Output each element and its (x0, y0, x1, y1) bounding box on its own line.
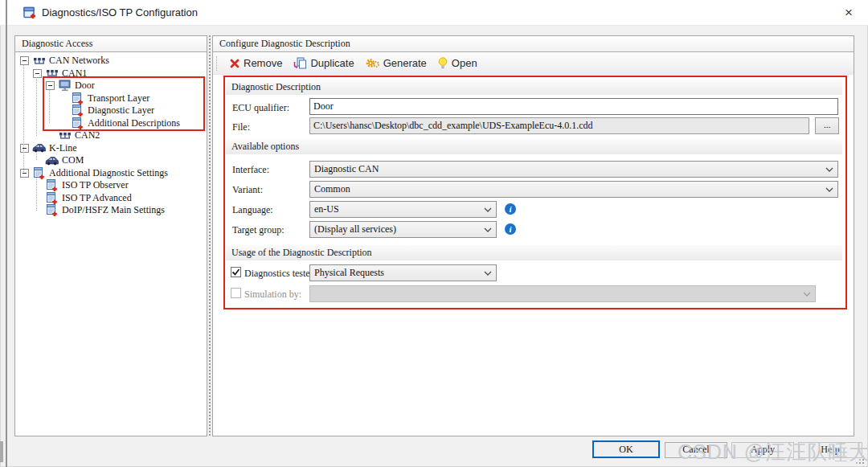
expander-spacer (59, 94, 68, 103)
file-label: File: (232, 120, 250, 134)
tree-item-label: Additional Descriptions (88, 117, 180, 129)
collapse-expander-icon[interactable] (46, 81, 55, 90)
cancel-button[interactable]: Cancel (665, 442, 727, 458)
ecu-qualifier-label: ECU qualifier: (232, 100, 289, 115)
ok-button[interactable]: OK (592, 440, 660, 458)
collapse-expander-icon[interactable] (33, 69, 42, 78)
generate-label: Generate (383, 57, 427, 69)
variant-label: Variant: (232, 182, 263, 197)
window-title: Diagnostics/ISO TP Configuration (42, 6, 198, 18)
tree-item-doip-hsfz-main-settings[interactable]: DoIP/HSFZ Main Settings (15, 204, 207, 217)
collapse-expander-icon[interactable] (20, 56, 29, 65)
interface-value: Diagnostic CAN (314, 163, 379, 175)
duplicate-icon (293, 57, 306, 69)
target-group-select[interactable]: (Display all services) (309, 221, 497, 238)
open-label: Open (452, 57, 477, 69)
tree-item-label: CAN1 (62, 68, 87, 80)
network-icon (45, 67, 59, 80)
tree-item-additional-descriptions[interactable]: Additional Descriptions (15, 117, 207, 130)
duplicate-label: Duplicate (310, 57, 354, 69)
collapse-expander-icon[interactable] (20, 144, 29, 153)
duplicate-button[interactable]: Duplicate (288, 55, 359, 72)
dialog-diagnostics-iso-tp-configuration: Diagnostics/ISO TP Configuration × Diagn… (0, 0, 868, 467)
help-button[interactable]: Help (798, 442, 862, 458)
target-group-value: (Display all services) (314, 223, 396, 236)
tree-item-label: DoIP/HSFZ Main Settings (62, 204, 165, 216)
tree-item-diagnostic-layer[interactable]: Diagnostic Layer (15, 104, 207, 117)
ecu-monitor-icon (58, 80, 72, 92)
tree-item-transport-layer[interactable]: Transport Layer (15, 92, 207, 105)
left-edge-line (6, 0, 7, 467)
document-add-icon (45, 204, 59, 217)
file-path-field (309, 117, 809, 134)
tree-item-label: Additional Diagnostic Settings (49, 167, 168, 179)
expander-spacer (59, 106, 68, 115)
tree-item-label: ISO TP Advanced (62, 192, 132, 204)
simulation-by-label: Simulation by: (244, 287, 301, 301)
tree-item-additional-diagnostic-settings[interactable]: Additional Diagnostic Settings (15, 167, 207, 180)
title-bar: Diagnostics/ISO TP Configuration × (0, 0, 868, 26)
browse-button[interactable]: ... (815, 117, 839, 134)
tree-item-iso-tp-observer[interactable]: ISO TP Observer (15, 179, 207, 192)
ecu-qualifier-input[interactable] (309, 98, 838, 115)
apply-button[interactable]: Apply (731, 442, 794, 458)
chevron-down-icon (803, 292, 811, 297)
generate-button[interactable]: Generate (360, 55, 432, 72)
tree-item-label: K-Line (49, 142, 77, 154)
configure-diagnostic-description-panel: Configure Diagnostic Description Remove … (212, 35, 854, 436)
document-add-icon (45, 179, 59, 192)
simulation-by-checkbox[interactable] (231, 288, 241, 298)
chevron-down-icon (484, 227, 492, 232)
language-value: en-US (314, 203, 339, 215)
tree-item-label: CAN2 (75, 129, 100, 141)
tree-item-label: Diagnostic Layer (88, 104, 154, 117)
network-icon (32, 55, 46, 68)
toolbar-grip (216, 56, 218, 71)
bottom-left-fragment (0, 441, 3, 462)
section-diagnostic-description: Diagnostic Description (226, 80, 842, 95)
remove-x-icon (230, 59, 240, 68)
resize-grip-icon[interactable] (862, 462, 864, 464)
tree-item-k-line[interactable]: K-Line (15, 142, 207, 155)
lightbulb-icon (438, 57, 448, 69)
remove-button[interactable]: Remove (224, 55, 288, 72)
open-button[interactable]: Open (432, 55, 483, 72)
simulation-by-select (309, 285, 816, 302)
remove-label: Remove (244, 57, 282, 69)
chevron-down-icon (484, 207, 492, 212)
language-info-icon[interactable]: i (505, 203, 516, 215)
document-add-icon (45, 191, 59, 204)
close-icon[interactable]: × (837, 2, 860, 23)
collapse-expander-icon[interactable] (20, 169, 29, 178)
tree-item-door[interactable]: Door (15, 80, 207, 92)
diagnostics-tester-select[interactable]: Physical Requests (309, 264, 497, 281)
tree-item-label: Transport Layer (88, 92, 149, 104)
tree-item-iso-tp-advanced[interactable]: ISO TP Advanced (15, 192, 207, 205)
section-available-options: Available options (226, 139, 842, 154)
diagnostics-dialog-icon (23, 6, 37, 19)
variant-select[interactable]: Common (309, 181, 838, 198)
language-label: Language: (232, 203, 273, 217)
tree-item-can-networks[interactable]: CAN Networks (15, 55, 207, 68)
tree-item-label: Door (75, 80, 95, 92)
expander-spacer (33, 181, 42, 190)
target-group-label: Target group: (232, 223, 285, 237)
check-icon (231, 268, 240, 277)
interface-select[interactable]: Diagnostic CAN (309, 161, 838, 178)
expander-spacer (33, 206, 42, 215)
network-icon (58, 129, 72, 142)
document-add-icon (32, 166, 46, 179)
tree-item-can1[interactable]: CAN1 (15, 68, 207, 80)
tree-item-can2[interactable]: CAN2 (15, 129, 207, 142)
car-icon (45, 154, 59, 167)
document-add-icon (71, 104, 84, 117)
chevron-down-icon (825, 167, 833, 172)
diagnostics-tester-checkbox[interactable] (231, 267, 241, 277)
language-select[interactable]: en-US (309, 201, 497, 218)
tree-item-com[interactable]: COM (15, 154, 207, 167)
car-icon (32, 141, 46, 154)
document-add-icon (71, 117, 84, 129)
target-group-info-icon[interactable]: i (505, 223, 516, 235)
left-panel-header: Diagnostic Access (15, 36, 207, 52)
diagnostics-tester-label: Diagnostics tester (244, 266, 313, 281)
